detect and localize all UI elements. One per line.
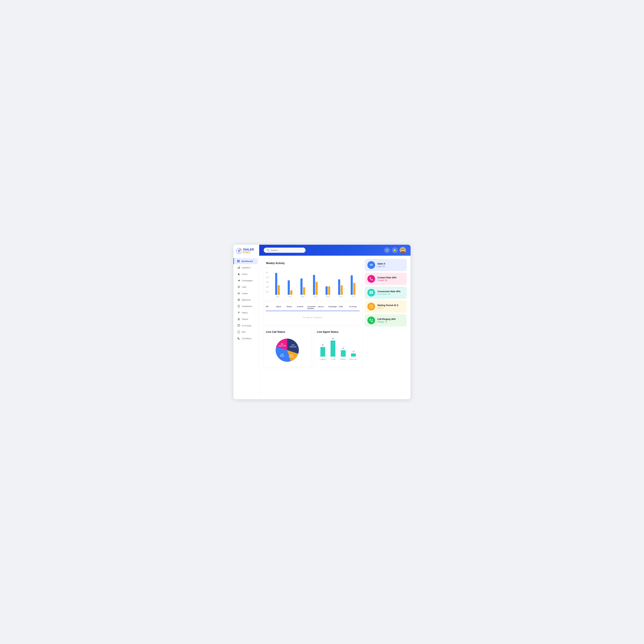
sidebar-label-statistics: Statistics [242, 266, 251, 269]
svg-rect-10 [239, 266, 240, 269]
bar-x-label: Logged in [318, 358, 328, 360]
x-label-thu: Thu [337, 296, 344, 298]
sidebar-item-statistics[interactable]: Statistics [235, 265, 258, 271]
conversion_rate-name: Conversion Rate 40% [377, 290, 404, 293]
svg-rect-14 [238, 287, 240, 287]
orange-bar [328, 286, 330, 295]
sidebar-label-teams: Teams [242, 318, 248, 320]
svg-point-24 [239, 318, 240, 319]
conversion_rate-icon [367, 289, 375, 297]
sidebar-label-callmenu: Call Menu [242, 337, 252, 340]
sidebar-label-leads: Leads [242, 292, 248, 295]
y-label: 150 [266, 281, 269, 283]
user-avatar[interactable] [400, 247, 406, 253]
bar-x-label: In call [328, 358, 338, 360]
blue-bar [338, 279, 340, 295]
stat-card-call_ringing: Call Ringing 30%Ringing: 15 [365, 314, 407, 327]
sidebar-item-did[interactable]: DID [235, 329, 258, 335]
table-col-campaign: Campaign [328, 306, 339, 309]
content-area: Weekly Activity 250200150100500 SatSunMo… [259, 256, 411, 399]
teal-bar [351, 353, 356, 357]
y-label: 200 [266, 286, 269, 288]
search-input[interactable] [271, 249, 303, 251]
y-label: 0 [266, 267, 269, 269]
weekly-activity-title: Weekly Activity [266, 262, 359, 265]
main-area: 🔍 ⚙️ 🔔 We [259, 245, 411, 399]
svg-rect-13 [238, 286, 240, 286]
header-actions: ⚙️ 🔔 [384, 247, 406, 253]
bar-group-wed [326, 286, 330, 295]
live-agent-bar-active-call: 10 [351, 350, 356, 357]
sidebar-item-teams[interactable]: Teams [235, 316, 258, 322]
notifications-button[interactable]: 🔔 [392, 247, 398, 253]
sidebar-label-blacklist: BlackList [242, 299, 251, 301]
call_ringing-info: Call Ringing 30%Ringing: 15 [377, 318, 404, 323]
sales-icon [367, 261, 375, 269]
sidebar-item-guidelines[interactable]: Guidelines [235, 303, 258, 309]
campaigns-icon [237, 279, 240, 282]
waiting_period-info: Waiting Period 42 SCalls: 0 [377, 304, 404, 309]
bar-x-label: Waiting [338, 358, 348, 360]
svg-rect-7 [239, 261, 240, 262]
orange-bar [278, 285, 280, 295]
table-header: SIPAgentStatusLead IdCustomer Numbermm:s… [266, 306, 360, 311]
bar-group-sun [288, 280, 292, 295]
bar-value: 10 [352, 350, 354, 352]
logo-icon: D 👑 [236, 248, 242, 254]
x-label-wed: Wed [325, 296, 331, 298]
table-col-sip: SIP [266, 306, 276, 309]
svg-rect-5 [239, 260, 240, 261]
sidebar-item-callmenu[interactable]: Call Menu [235, 335, 258, 341]
settings-button[interactable]: ⚙️ [384, 247, 390, 253]
table-col-lead-id: Lead Id [297, 306, 308, 309]
sidebar-item-users[interactable]: Users [235, 271, 258, 277]
ingroups-icon [237, 324, 240, 327]
orange-bar [353, 283, 355, 295]
bar-value: 50 [332, 338, 334, 340]
contact_rate-sub: Contact: 30 [377, 279, 404, 281]
table-col-in-group: In-Group [349, 306, 360, 309]
sidebar-item-filters[interactable]: Filters [235, 310, 258, 316]
users-icon [237, 273, 240, 275]
lists-icon [237, 285, 240, 288]
svg-rect-6 [237, 261, 238, 262]
blue-bar [326, 286, 328, 295]
pie-label-break: 15%Break [280, 354, 284, 357]
filters-icon [237, 311, 240, 314]
sidebar-label-guidelines: Guidelines [242, 305, 252, 308]
y-label: 250 [266, 291, 269, 293]
table-empty-message: No Agents Logged in [266, 312, 360, 322]
bar-value: 20 [342, 347, 344, 349]
bar-pair [275, 273, 280, 295]
bottom-section: Live Call Status 30%Paused15%Break35%Dis… [263, 328, 362, 368]
bar-chart-area [271, 267, 359, 295]
bar-group-thu [338, 279, 343, 295]
svg-point-26 [239, 332, 239, 333]
live-agent-bar-waiting: 20 [341, 347, 346, 357]
pie-label-dispo-call: 35%Dispo Call [279, 343, 286, 347]
live-agent-bar-logged-in: 30 [320, 344, 325, 357]
pie-label-paused: 30%Paused [289, 354, 294, 358]
top-header: 🔍 ⚙️ 🔔 [259, 245, 411, 256]
blue-bar [288, 280, 290, 295]
x-label-tue: Tue [312, 296, 318, 298]
sidebar-item-campaigns[interactable]: Campaigns [235, 277, 258, 284]
blue-bar [300, 278, 303, 295]
table-col-mm:ss: mm:ss [318, 306, 328, 309]
search-box[interactable]: 🔍 [264, 248, 306, 253]
sidebar-item-ingroups[interactable]: In-Groups [235, 322, 258, 329]
pie-chart-container: 30%Paused15%Break35%Dispo Call20%Dead Ca… [266, 336, 308, 365]
sidebar-item-lists[interactable]: Lists [235, 284, 258, 290]
live-call-status-card: Live Call Status 30%Paused15%Break35%Dis… [263, 328, 311, 368]
main-column: Weekly Activity 250200150100500 SatSunMo… [263, 259, 362, 396]
pie-label-dead-call: 20%Dead Call [290, 344, 296, 348]
stat-card-waiting_period: Waiting Period 42 SCalls: 0 [365, 300, 407, 313]
sidebar-item-blacklist[interactable]: BlackList [235, 297, 258, 303]
svg-point-17 [238, 293, 239, 294]
sidebar-item-leads[interactable]: Leads [235, 290, 258, 296]
sidebar-item-dashboard[interactable]: Dashboard [233, 258, 258, 264]
sidebar-label-ingroups: In-Groups [242, 324, 251, 327]
right-column: Sales 5Calls: 25Contact Rate 20%Contact:… [365, 259, 407, 396]
bar-pair [288, 280, 292, 295]
call_ringing-name: Call Ringing 30% [377, 318, 404, 320]
